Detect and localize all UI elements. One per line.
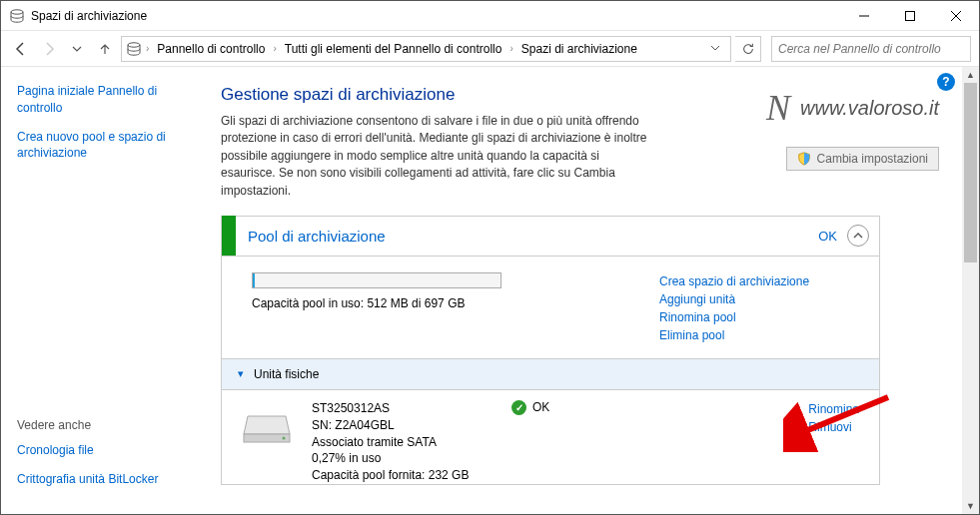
breadcrumb-item[interactable]: Spazi di archiviazione: [517, 40, 641, 58]
drive-icon: [242, 406, 292, 446]
pool-name[interactable]: Pool di archiviazione: [248, 228, 818, 245]
drive-usage: 0,27% in uso: [312, 450, 491, 467]
pool-status: OK: [818, 229, 837, 244]
search-input[interactable]: [778, 42, 964, 56]
collapse-button[interactable]: [847, 225, 869, 247]
physical-drives-label: Unità fisiche: [254, 367, 319, 381]
shield-icon: [797, 152, 811, 166]
sidebar-filehistory-link[interactable]: Cronologia file: [17, 442, 197, 459]
refresh-button[interactable]: [735, 36, 761, 62]
drive-serial: SN: Z2A04GBL: [312, 417, 491, 434]
add-drive-link[interactable]: Aggiungi unità: [659, 290, 859, 308]
pool-body: Capacità pool in uso: 512 MB di 697 GB C…: [222, 257, 879, 358]
capacity-bar: [252, 272, 501, 288]
sidebar: Pagina iniziale Pannello di controllo Cr…: [1, 67, 201, 514]
back-button[interactable]: [9, 37, 33, 61]
chevron-down-icon: ▾: [238, 367, 244, 380]
drive-remove-link[interactable]: Rimuovi: [808, 418, 859, 436]
capacity-text: Capacità pool in uso: 512 MB di 697 GB: [252, 296, 659, 310]
storage-pool: Pool di archiviazione OK Capacità pool i…: [221, 216, 880, 485]
page-description: Gli spazi di archiviazione consentono di…: [221, 113, 650, 200]
change-settings-label: Cambia impostazioni: [817, 152, 928, 166]
see-also-heading: Vedere anche: [17, 418, 197, 432]
maximize-button[interactable]: [887, 1, 933, 31]
watermark-text: www.valoroso.it: [800, 97, 939, 120]
create-space-link[interactable]: Crea spazio di archiviazione: [659, 272, 859, 290]
physical-drives-header[interactable]: ▾ Unità fisiche: [222, 358, 879, 390]
recent-button[interactable]: [65, 37, 89, 61]
location-icon: [126, 41, 142, 57]
sidebar-bitlocker-link[interactable]: Crittografia unità BitLocker: [17, 471, 197, 488]
address-dropdown[interactable]: [704, 42, 726, 56]
breadcrumb-item[interactable]: Pannello di controllo: [153, 40, 269, 58]
sidebar-home-link[interactable]: Pagina iniziale Pannello di controllo: [17, 83, 185, 117]
delete-pool-link[interactable]: Elimina pool: [659, 326, 859, 344]
main-panel: ? Gestione spazi di archiviazione Gli sp…: [201, 67, 979, 514]
breadcrumb-item[interactable]: Tutti gli elementi del Pannello di contr…: [281, 40, 506, 58]
svg-rect-2: [906, 11, 915, 20]
change-settings-button[interactable]: Cambia impostazioni: [786, 147, 939, 171]
help-icon[interactable]: ?: [937, 73, 955, 91]
title-bar: Spazi di archiviazione: [1, 1, 979, 31]
ok-icon: ✓: [511, 400, 526, 415]
drive-status: ✓ OK: [511, 400, 788, 484]
close-button[interactable]: [933, 1, 979, 31]
drive-connection: Associato tramite SATA: [312, 434, 491, 451]
scroll-up-arrow[interactable]: ▲: [962, 67, 979, 83]
drive-model: ST3250312AS: [312, 400, 491, 417]
breadcrumb-sep: ›: [146, 43, 149, 54]
drive-rename-link[interactable]: Rinomina: [808, 400, 859, 418]
rename-pool-link[interactable]: Rinomina pool: [659, 308, 859, 326]
drive-status-text: OK: [532, 400, 549, 414]
breadcrumb-sep: ›: [273, 43, 276, 54]
scroll-thumb[interactable]: [964, 83, 977, 262]
pool-header: Pool di archiviazione OK: [222, 217, 879, 257]
scroll-down-arrow[interactable]: ▼: [962, 498, 979, 514]
search-box[interactable]: [771, 36, 971, 62]
sidebar-new-pool-link[interactable]: Crea nuovo pool e spazio di archiviazion…: [17, 129, 185, 163]
window-title: Spazi di archiviazione: [31, 9, 841, 23]
forward-button[interactable]: [37, 37, 61, 61]
app-icon: [9, 8, 25, 24]
watermark: N www.valoroso.it: [766, 87, 939, 129]
address-bar[interactable]: › Pannello di controllo › Tutti gli elem…: [121, 36, 731, 62]
minimize-button[interactable]: [841, 1, 887, 31]
drive-info: ST3250312AS SN: Z2A04GBL Associato trami…: [312, 400, 491, 484]
pool-status-bar: [222, 216, 236, 256]
watermark-logo: N: [766, 87, 790, 129]
scrollbar[interactable]: ▲ ▼: [962, 67, 979, 514]
drive-capacity: Capacità pool fornita: 232 GB: [312, 467, 491, 484]
svg-point-5: [128, 42, 140, 46]
content-area: Pagina iniziale Pannello di controllo Cr…: [1, 67, 979, 514]
svg-point-0: [11, 9, 23, 13]
physical-drives-body: ST3250312AS SN: Z2A04GBL Associato trami…: [222, 390, 879, 484]
breadcrumb-sep: ›: [509, 43, 512, 54]
nav-bar: › Pannello di controllo › Tutti gli elem…: [1, 31, 979, 67]
svg-point-7: [283, 436, 286, 439]
up-button[interactable]: [93, 37, 117, 61]
